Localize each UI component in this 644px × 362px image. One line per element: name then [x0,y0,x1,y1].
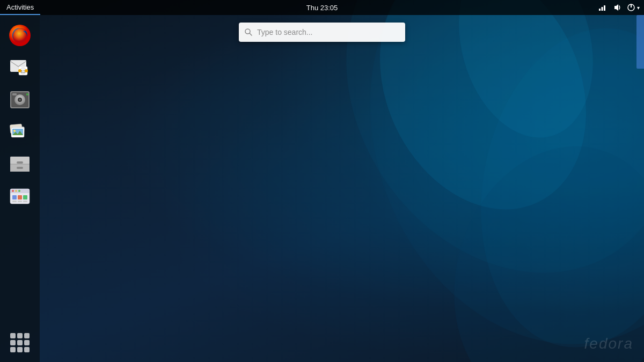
grid-dot [17,333,23,338]
workspace-indicator[interactable] [636,15,644,69]
svg-rect-50 [18,201,22,202]
svg-point-26 [19,99,21,101]
svg-point-21 [25,69,28,72]
topbar-clock: Thu 23:05 [306,4,338,12]
svg-line-13 [250,33,252,35]
search-input[interactable] [257,28,400,36]
grid-dot [17,340,23,345]
grid-dot [10,347,16,352]
topbar-right: ▾ [596,2,644,13]
audio-icon[interactable] [611,2,623,13]
topbar-left: Activities [0,0,40,15]
svg-rect-39 [17,167,23,169]
dock-item-mail[interactable]: 12 [5,53,35,83]
desktop-background [0,0,644,362]
dock-item-files[interactable] [5,149,35,179]
search-icon [244,28,253,36]
svg-point-4 [439,0,613,153]
svg-point-20 [18,69,21,72]
svg-point-33 [13,130,16,132]
svg-rect-6 [599,9,601,11]
activities-button[interactable]: Activities [0,0,40,15]
svg-point-28 [26,93,28,95]
network-icon[interactable] [596,2,608,13]
topbar: Activities Thu 23:05 ▾ [0,0,644,15]
grid-dot [17,347,23,352]
desktop-swoosh [0,0,644,362]
svg-rect-46 [12,195,17,200]
svg-point-44 [15,190,17,192]
show-apps-grid [10,333,30,352]
svg-rect-47 [18,195,22,200]
svg-point-5 [425,122,644,362]
svg-rect-7 [602,7,603,11]
grid-dot [24,333,30,338]
dock-item-firefox[interactable] [5,20,35,50]
grid-dot [24,347,30,352]
svg-marker-9 [614,4,618,11]
power-button[interactable]: ▾ [626,3,640,12]
grid-dot [10,333,16,338]
search-container [239,23,405,42]
dock-item-rhythmbox[interactable] [5,85,35,115]
svg-point-43 [12,190,14,192]
svg-point-2 [457,11,644,362]
svg-point-0 [312,0,644,362]
svg-rect-51 [23,201,27,202]
svg-point-1 [279,0,644,336]
dock-item-photos[interactable] [5,117,35,147]
svg-rect-49 [12,201,17,202]
power-chevron-icon: ▾ [637,5,640,11]
search-box [239,23,405,42]
svg-rect-8 [604,5,605,11]
dock: 12 [0,15,40,362]
dock-item-show-apps[interactable] [5,332,35,362]
svg-rect-27 [12,93,17,95]
svg-point-45 [18,190,20,192]
grid-dot [10,340,16,345]
dock-item-software[interactable] [5,181,35,211]
svg-rect-48 [23,195,27,200]
svg-rect-38 [17,161,23,164]
grid-dot [24,340,30,345]
